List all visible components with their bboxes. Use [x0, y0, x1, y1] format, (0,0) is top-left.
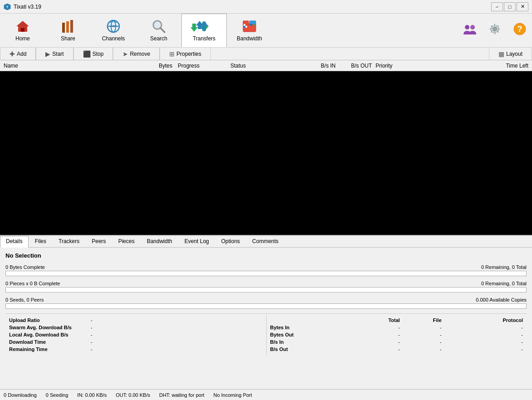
seeding-status: 0 Seeding: [46, 392, 68, 398]
app-icon: T: [4, 3, 11, 10]
svg-rect-25: [245, 26, 247, 28]
details-panel: Details Files Trackers Peers Pieces Band…: [0, 235, 532, 389]
local-dl-label: Local Avg. Download B/s: [7, 331, 89, 338]
tab-details[interactable]: Details: [0, 236, 29, 248]
svg-rect-20: [243, 21, 249, 24]
share-icon: [61, 19, 75, 34]
tab-eventlog[interactable]: Event Log: [179, 236, 215, 247]
add-button[interactable]: ✚ Add: [0, 48, 36, 60]
col-bytes[interactable]: Bytes: [138, 63, 174, 69]
tab-pieces[interactable]: Pieces: [112, 236, 141, 247]
tab-options[interactable]: Options: [215, 236, 246, 247]
tab-bandwidth[interactable]: Bandwidth: [141, 236, 178, 247]
bytes-complete-label: 0 Bytes Complete: [5, 264, 45, 270]
tab-files[interactable]: Files: [29, 236, 52, 247]
bsin-row: B/s In - - -: [268, 338, 525, 346]
detail-tabs: Details Files Trackers Peers Pieces Band…: [0, 236, 532, 248]
detail-content: No Selection 0 Bytes Complete 0 Remainin…: [0, 248, 532, 389]
remove-button[interactable]: ➤ Remove: [113, 48, 160, 60]
layout-button[interactable]: ▦ Layout: [489, 48, 532, 60]
share-nav-button[interactable]: Share: [45, 14, 91, 47]
window-controls: − □ ✕: [491, 2, 528, 11]
bytes-progress-section: 0 Bytes Complete 0 Remaining, 0 Total: [5, 264, 527, 276]
svg-line-13: [161, 28, 165, 32]
svg-rect-27: [251, 24, 253, 26]
seeds-copies-label: 0.000 Available Copies: [476, 297, 527, 302]
bandwidth-label: Bandwidth: [237, 35, 262, 42]
no-selection-label: No Selection: [5, 252, 527, 259]
bsout-protocol: -: [444, 346, 525, 353]
bandwidth-nav-button[interactable]: Bandwidth: [227, 14, 272, 47]
channels-nav-button[interactable]: Channels: [91, 14, 136, 47]
bytes-in-row: Bytes In - - -: [268, 324, 525, 331]
svg-point-29: [465, 25, 469, 29]
svg-rect-4: [62, 23, 65, 33]
settings-icon: [488, 22, 502, 39]
svg-rect-6: [70, 20, 73, 33]
home-nav-button[interactable]: Home: [0, 14, 45, 47]
col-priority[interactable]: Priority: [374, 63, 410, 69]
col-progress[interactable]: Progress: [174, 63, 229, 69]
svg-text:?: ?: [517, 24, 522, 34]
svg-text:T: T: [6, 5, 9, 9]
col-status[interactable]: Status: [229, 63, 301, 69]
col-name[interactable]: Name: [2, 63, 138, 69]
col-timeleft[interactable]: Time Left: [410, 63, 530, 69]
start-icon: ▶: [45, 50, 50, 58]
bsin-total: -: [350, 338, 402, 346]
transfer-list[interactable]: [0, 71, 532, 235]
bytes-in-label: Bytes In: [268, 324, 350, 331]
transfers-nav-button[interactable]: Transfers: [181, 14, 227, 47]
seeds-label: 0 Seeds, 0 Peers: [5, 297, 44, 302]
swarm-dl-value: -: [89, 324, 264, 331]
bsin-file: -: [402, 338, 444, 346]
layout-icon: ▦: [498, 50, 504, 58]
titlebar: T Tixati v3.19 − □ ✕: [0, 0, 532, 14]
transfers-icon: [197, 19, 211, 34]
col-bsout[interactable]: B/s OUT: [337, 63, 374, 69]
stats-left-table: Upload Ratio - Swarm Avg. Download B/s -…: [7, 317, 264, 353]
tab-peers[interactable]: Peers: [86, 236, 112, 247]
svg-point-10: [112, 25, 114, 27]
peers-nav-button[interactable]: [457, 14, 482, 47]
properties-icon: ⊞: [169, 50, 175, 58]
maximize-button[interactable]: □: [504, 2, 516, 11]
stats-right-table: Total File Protocol Bytes In - - -: [268, 317, 525, 353]
bsin-protocol: -: [444, 338, 525, 346]
minimize-button[interactable]: −: [491, 2, 503, 11]
dl-time-row: Download Time -: [7, 338, 264, 346]
swarm-dl-label: Swarm Avg. Download B/s: [7, 324, 89, 331]
bytes-out-protocol: -: [444, 331, 525, 338]
upload-ratio-label: Upload Ratio: [7, 317, 89, 324]
tab-comments[interactable]: Comments: [246, 236, 284, 247]
bytes-out-row: Bytes Out - - -: [268, 331, 525, 338]
add-label: Add: [17, 51, 26, 57]
bytes-remaining-label: 0 Remaining, 0 Total: [481, 264, 527, 270]
col-bsin[interactable]: B/s IN: [301, 63, 337, 69]
downloading-status: 0 Downloading: [4, 392, 37, 398]
stats-left: Upload Ratio - Swarm Avg. Download B/s -…: [5, 314, 266, 356]
svg-rect-28: [253, 24, 254, 26]
properties-button[interactable]: ⊞ Properties: [160, 48, 211, 60]
bytes-in-protocol: -: [444, 324, 525, 331]
upload-ratio-value: -: [89, 317, 264, 324]
tab-trackers[interactable]: Trackers: [53, 236, 85, 247]
start-label: Start: [52, 51, 63, 57]
pieces-remaining-label: 0 Remaining, 0 Total: [481, 281, 527, 286]
help-nav-button[interactable]: ?: [507, 14, 532, 47]
settings-nav-button[interactable]: [482, 14, 507, 47]
seeds-labels: 0 Seeds, 0 Peers 0.000 Available Copies: [5, 297, 527, 302]
search-nav-button[interactable]: Search: [136, 14, 181, 47]
bytes-progress-bar: [5, 271, 527, 276]
bytes-out-file: -: [402, 331, 444, 338]
start-button[interactable]: ▶ Start: [36, 48, 73, 60]
bytes-in-total: -: [350, 324, 402, 331]
bsout-file: -: [402, 346, 444, 353]
bsout-row: B/s Out - - -: [268, 346, 525, 353]
stop-button[interactable]: ⬛ Stop: [73, 48, 113, 60]
svg-rect-3: [21, 28, 24, 32]
bsin-label: B/s In: [268, 338, 350, 346]
seeds-progress-bar: [5, 303, 527, 309]
close-button[interactable]: ✕: [517, 2, 528, 11]
remaining-label: Remaining Time: [7, 346, 89, 353]
